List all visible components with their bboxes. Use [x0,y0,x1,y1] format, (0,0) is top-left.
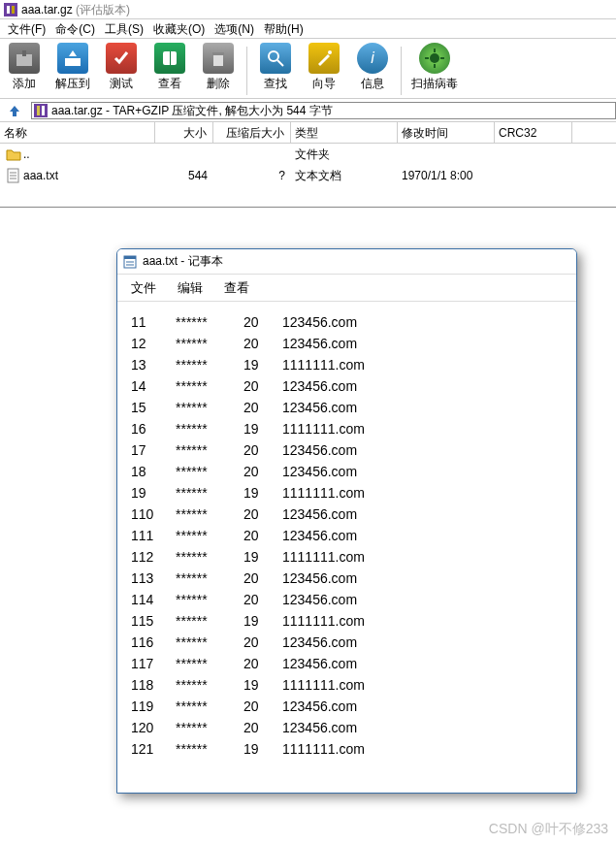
np-id: 110 [131,503,176,525]
np-id: 18 [131,461,176,482]
notepad-title: aaa.txt - 记事本 [143,253,223,270]
col-packed[interactable]: 压缩后大小 [213,122,291,143]
notepad-menu-view[interactable]: 查看 [224,279,249,297]
cell-name: aaa.txt [23,169,58,182]
np-domain: 123456.com [282,696,357,717]
extract-button[interactable]: 解压到 [49,43,97,92]
delete-label: 删除 [207,76,230,92]
notepad-line: 111******20123456.com [131,525,563,546]
scan-button[interactable]: 扫描病毒 [405,43,464,92]
notepad-body[interactable]: 11******20123456.com12******20123456.com… [117,302,576,769]
find-button[interactable]: 查找 [251,43,300,92]
menu-fav[interactable]: 收藏夹(O) [149,19,209,38]
col-name[interactable]: 名称 [0,122,155,143]
col-type[interactable]: 类型 [291,122,398,143]
notepad-window: aaa.txt - 记事本 文件 编辑 查看 11******20123456.… [116,248,577,794]
np-id: 117 [131,653,176,674]
test-button[interactable]: 测试 [97,43,146,92]
np-domain: 1111111.com [282,546,365,568]
up-button[interactable] [4,102,25,119]
np-num: 20 [243,439,282,461]
col-size[interactable]: 大小 [155,122,213,143]
cell-size: 544 [155,169,213,182]
info-button[interactable]: i 信息 [348,43,397,92]
np-id: 112 [131,546,176,568]
notepad-line: 115******191111111.com [131,610,563,632]
view-button[interactable]: 查看 [146,43,194,92]
archive-file-icon [34,104,48,117]
cell-type: 文件夹 [291,146,398,163]
svg-rect-20 [37,106,40,115]
wizard-button[interactable]: 向导 [300,43,348,92]
np-domain: 123456.com [282,311,357,333]
extract-icon [57,43,88,74]
np-mask: ****** [176,589,243,610]
np-domain: 123456.com [282,717,357,738]
np-mask: ****** [176,610,243,632]
np-num: 19 [243,418,282,439]
menu-cmd[interactable]: 命令(C) [51,19,99,38]
np-id: 15 [131,397,176,418]
np-id: 19 [131,482,176,503]
add-button[interactable]: 添加 [0,43,49,92]
np-mask: ****** [176,632,243,653]
table-row[interactable]: .. 文件夹 [0,144,616,165]
np-num: 19 [243,482,282,503]
np-mask: ****** [176,354,243,375]
notepad-line: 116******20123456.com [131,632,563,653]
notepad-menu-file[interactable]: 文件 [131,279,156,297]
np-domain: 1111111.com [282,674,365,696]
np-mask: ****** [176,397,243,418]
np-domain: 123456.com [282,525,357,546]
np-id: 17 [131,439,176,461]
svg-point-12 [328,50,332,54]
np-id: 111 [131,525,176,546]
svg-rect-4 [22,50,26,56]
np-id: 115 [131,610,176,632]
table-row[interactable]: aaa.txt 544 ? 文本文档 1970/1/1 8:00 [0,165,616,186]
window-title-filename: aaa.tar.gz [21,0,73,19]
delete-button[interactable]: 删除 [194,43,243,92]
test-icon [106,43,137,74]
menu-tool[interactable]: 工具(S) [101,19,147,38]
np-id: 120 [131,717,176,738]
np-num: 20 [243,397,282,418]
wizard-label: 向导 [312,76,336,92]
text-file-icon [6,168,21,183]
notepad-line: 110******20123456.com [131,503,563,525]
np-mask: ****** [176,503,243,525]
file-list: 名称 大小 压缩后大小 类型 修改时间 CRC32 .. 文件夹 aaa.txt… [0,122,616,208]
notepad-menu-edit[interactable]: 编辑 [178,279,203,297]
view-icon [154,43,185,74]
np-mask: ****** [176,696,243,717]
cell-name: .. [23,147,30,161]
menu-help[interactable]: 帮助(H) [260,19,308,38]
notepad-line: 112******191111111.com [131,546,563,568]
col-mtime[interactable]: 修改时间 [398,122,495,143]
info-label: 信息 [361,76,384,92]
np-domain: 123456.com [282,461,357,482]
np-num: 20 [243,461,282,482]
toolbar-separator [401,47,402,95]
menu-file[interactable]: 文件(F) [4,19,49,38]
np-id: 121 [131,738,176,760]
np-num: 19 [243,546,282,568]
col-crc[interactable]: CRC32 [495,122,572,143]
np-domain: 123456.com [282,333,357,354]
svg-rect-8 [213,54,223,66]
window-titlebar: aaa.tar.gz (评估版本) [0,0,616,19]
window-title-eval: (评估版本) [76,0,130,19]
np-num: 20 [243,696,282,717]
np-domain: 1111111.com [282,482,365,503]
watermark: CSDN @叶不修233 [489,821,608,838]
np-mask: ****** [176,311,243,333]
menu-opt[interactable]: 选项(N) [211,19,258,38]
test-label: 测试 [110,76,133,92]
notepad-titlebar[interactable]: aaa.txt - 记事本 [117,249,576,275]
notepad-line: 113******20123456.com [131,568,563,589]
folder-icon [6,146,21,162]
path-field[interactable]: aaa.tar.gz - TAR+GZIP 压缩文件, 解包大小为 544 字节 [31,102,616,119]
scan-label: 扫描病毒 [411,76,458,92]
np-mask: ****** [176,418,243,439]
path-text: aaa.tar.gz - TAR+GZIP 压缩文件, 解包大小为 544 字节 [51,104,333,117]
